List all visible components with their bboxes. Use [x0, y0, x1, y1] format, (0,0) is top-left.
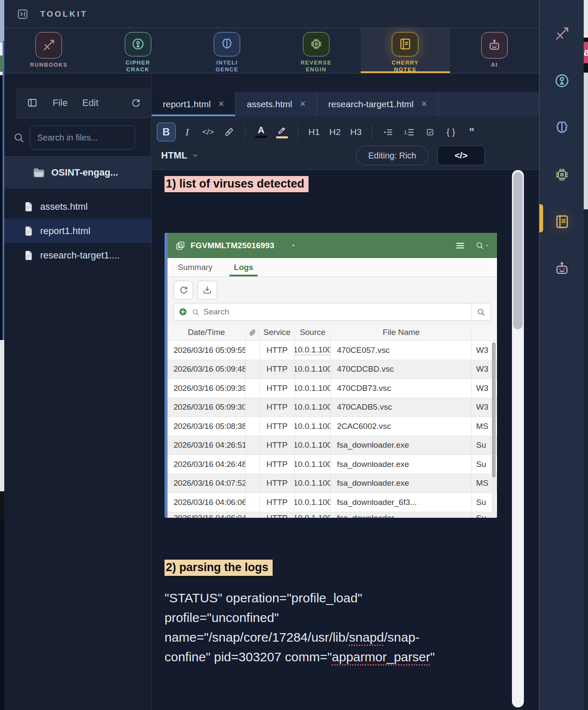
- table-row: 2026/03/16 04:07:52HTTP10.0.1.100fsa_dow…: [168, 474, 497, 493]
- table-row: 2026/03/16 04:06:04HTTP10.0.1.100fsa_dow…: [168, 512, 497, 518]
- folder-row[interactable]: OSINT-engag...: [4, 157, 151, 188]
- inline-code-button[interactable]: </>: [199, 123, 218, 141]
- log-text-segment: /snap-: [384, 630, 420, 644]
- fortinet-header: FGVMMLTM25016993: [168, 233, 497, 258]
- cell-filename: fsa_downloader...: [331, 512, 472, 518]
- refresh-icon: [173, 281, 193, 299]
- cell-filename: fsa_downloader.exe: [331, 474, 472, 493]
- bold-button[interactable]: B: [157, 123, 176, 141]
- tab-assets-html[interactable]: assets.html×: [235, 92, 317, 116]
- rail-item-cherry-notes[interactable]: [553, 213, 571, 231]
- refresh-icon: [178, 285, 188, 295]
- close-tab-icon[interactable]: ×: [300, 98, 306, 110]
- code-block-button[interactable]: { }: [441, 123, 460, 141]
- cell-attachment: [246, 493, 260, 512]
- code-view-button[interactable]: </>: [437, 146, 485, 165]
- sidebar-toggle-icon[interactable]: [16, 8, 29, 21]
- robot-icon-card: [481, 32, 508, 59]
- folder-icon: [32, 166, 45, 179]
- cell-datetime: 2026/03/16 05:09:30: [168, 398, 246, 417]
- log-text-segment: profile="unconfined": [165, 610, 279, 625]
- tool-tab-runbooks[interactable]: RUNBOOKS: [4, 28, 94, 73]
- quote-button[interactable]: ": [462, 123, 481, 141]
- cell-source: 10.0.1.100: [295, 378, 331, 398]
- heading3-button[interactable]: H3: [347, 123, 365, 141]
- tool-tab-ai[interactable]: AI: [450, 28, 539, 73]
- tool-tab-cipher-crack[interactable]: CIPHER CRACK: [94, 28, 183, 73]
- cell-service: HTTP: [260, 436, 295, 455]
- fortinet-screenshot-image[interactable]: FGVMMLTM25016993 SummaryLogs: [165, 233, 497, 518]
- brain-icon-card: [214, 32, 240, 56]
- italic-button[interactable]: I: [178, 123, 197, 141]
- tool-tab-reverse-engin[interactable]: REVERSE ENGIN: [272, 28, 361, 73]
- panel-toggle-icon[interactable]: [26, 97, 38, 109]
- cell-service: HTTP: [260, 512, 295, 518]
- notebook-icon: [553, 213, 570, 230]
- table-row: 2026/03/16 05:09:30HTTP10.0.1.100470CADB…: [168, 398, 497, 417]
- cell-source: 10.0.1.100: [295, 455, 331, 474]
- menu-file[interactable]: File: [53, 97, 68, 109]
- pen-icon: [277, 126, 287, 135]
- cell-datetime: 2026/03/16 05:09:39: [168, 378, 246, 398]
- search-input[interactable]: [30, 126, 135, 150]
- page-icon: [23, 201, 34, 212]
- rail-item-cipher-crack[interactable]: [553, 72, 571, 90]
- text-color-button[interactable]: A: [252, 123, 270, 141]
- column-header: File Name: [331, 324, 472, 340]
- rail-item-inteligence[interactable]: [553, 119, 571, 137]
- log-text-segment: confine" pid=303207 comm=": [165, 650, 332, 664]
- file-name: report1.html: [40, 226, 90, 237]
- heading-viruses: 1) list of viruses detected: [165, 176, 309, 194]
- file-item-assets-html[interactable]: assets.html: [4, 194, 151, 219]
- refresh-button[interactable]: [130, 97, 141, 109]
- log-paragraph: "STATUS" operation="profile_load"profile…: [165, 588, 481, 667]
- file-item-report1-html[interactable]: report1.html: [4, 219, 151, 243]
- rail-item-ai[interactable]: [553, 260, 571, 278]
- chevron-down-icon: [191, 152, 199, 159]
- paperclip-icon: [248, 329, 256, 337]
- heading2-button[interactable]: H2: [326, 123, 344, 141]
- checklist-button[interactable]: [420, 123, 439, 141]
- add-filter-icon: [178, 307, 188, 317]
- language-mode-dropdown[interactable]: HTML: [161, 150, 199, 161]
- tab-report1-html[interactable]: report1.html×: [152, 92, 235, 116]
- tab-research-target1-html[interactable]: research-target1.html×: [317, 92, 438, 116]
- clear-format-button[interactable]: [220, 123, 238, 141]
- caret-down-icon: [485, 244, 489, 248]
- editing-mode-pill[interactable]: Editing: Rich: [356, 146, 429, 165]
- fortinet-tab-logs: Logs: [232, 258, 255, 276]
- magnifier-icon: [475, 241, 484, 250]
- log-text-segment: name="/snap/core/17284/usr/lib/: [165, 630, 349, 644]
- pages-icon: [175, 241, 185, 251]
- content-scrollbar[interactable]: [512, 170, 524, 707]
- document-canvas[interactable]: 1) list of viruses detected FGVMMLTM2501…: [152, 170, 539, 710]
- device-name: FGVMMLTM25016993: [191, 241, 274, 250]
- heading1-button[interactable]: H1: [305, 123, 323, 141]
- numbered-list-button[interactable]: 1.: [400, 123, 418, 141]
- menu-edit[interactable]: Edit: [82, 97, 98, 109]
- file-item-research-target1-[interactable]: research-target1....: [4, 243, 151, 267]
- tool-tab-cherry-notes[interactable]: CHERRY NOTES: [361, 28, 450, 73]
- cell-source: 10.0.1.100: [295, 493, 331, 512]
- folder-icon: [32, 166, 45, 179]
- cell-datetime: 2026/03/16 05:08:38: [168, 417, 246, 436]
- scrollbar-thumb[interactable]: [513, 172, 523, 329]
- notebook-icon: [398, 37, 412, 51]
- cell-service: HTTP: [260, 493, 295, 512]
- cell-attachment: [246, 512, 260, 518]
- download-icon: [197, 281, 217, 299]
- chip-icon: [553, 166, 570, 183]
- column-header: [472, 324, 497, 340]
- sword-icon: [553, 25, 570, 42]
- plus-circle-icon: [178, 307, 188, 317]
- close-tab-icon[interactable]: ×: [421, 98, 427, 110]
- divider: [372, 124, 372, 140]
- file-name: research-target1....: [40, 250, 120, 261]
- rail-item-reverse-engin[interactable]: [553, 166, 571, 184]
- close-tab-icon[interactable]: ×: [218, 98, 224, 110]
- tool-tab-inteligence[interactable]: INTELI GENCE: [182, 28, 272, 73]
- highlight-color-button[interactable]: [273, 123, 291, 141]
- brush-icon: [224, 127, 234, 137]
- rail-item-runbooks[interactable]: [553, 25, 571, 43]
- bullet-list-button[interactable]: [379, 123, 397, 141]
